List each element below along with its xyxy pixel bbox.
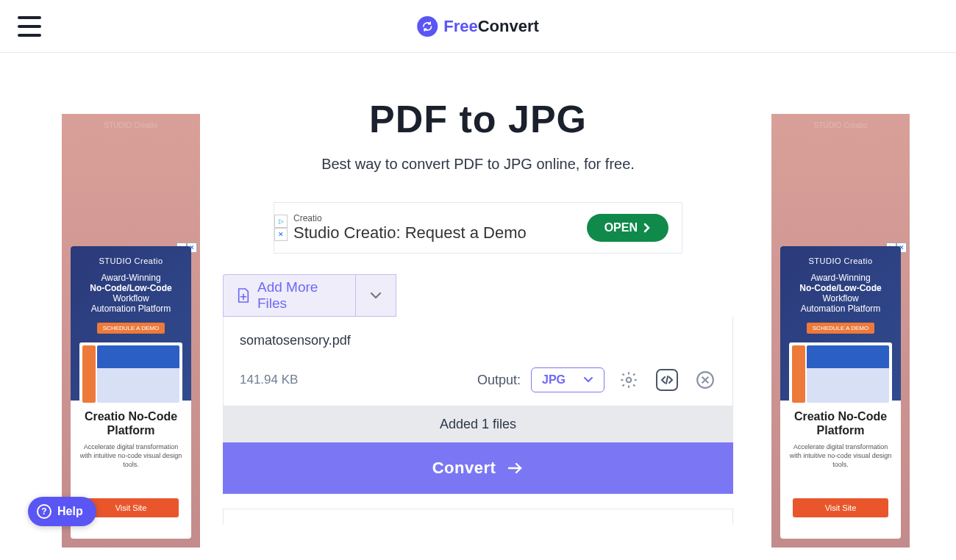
ad-brand: STUDIO Creatio [789,256,892,265]
header: FreeConvert [0,0,956,53]
ad-heading: Creatio No-Code Platform [78,409,184,437]
close-circle-icon [696,370,715,390]
output-format-select[interactable]: JPG [531,367,604,392]
logo-text: FreeConvert [443,17,539,36]
ad-visit-button[interactable]: Visit Site [793,498,888,517]
help-button[interactable]: ? Help [28,497,96,526]
ad-heading: Creatio No-Code Platform [788,409,893,437]
logo[interactable]: FreeConvert [417,16,539,37]
chevron-right-icon [643,223,651,233]
ad-brand: Creatio [293,213,587,223]
right-sidebar-ad[interactable]: STUDIO Creatio ▷✕ STUDIO Creatio Award-W… [771,114,910,548]
embed-code-button[interactable] [656,369,678,391]
add-files-dropdown-button[interactable] [355,274,396,317]
arrow-right-icon [507,462,524,475]
code-icon [660,375,674,385]
ad-paragraph: Accelerate digital transformation with i… [788,443,893,469]
logo-icon [417,16,438,37]
ad-open-button[interactable]: OPEN [587,214,668,242]
left-sidebar-ad[interactable]: STUDIO Creatio ▷✕ STUDIO Creatio Award-W… [62,114,200,548]
ad-marker-icon[interactable]: ▷✕ [274,215,288,241]
svg-point-0 [627,378,632,383]
file-plus-icon [237,287,250,304]
output-label: Output: [477,373,521,388]
chevron-down-icon [369,291,382,300]
page-title: PDF to JPG [369,97,587,141]
next-panel [223,509,733,525]
gear-icon [619,370,638,390]
add-more-files-button[interactable]: Add More Files [223,274,355,317]
remove-file-button[interactable] [694,369,716,391]
file-row: somatosensory.pdf 141.94 KB Output: JPG [223,317,733,406]
chevron-down-icon [583,376,593,384]
status-bar: Added 1 files [223,406,733,442]
page-subtitle: Best way to convert PDF to JPG online, f… [321,156,635,173]
settings-button[interactable] [618,369,640,391]
ad-title: Studio Creatio: Request a Demo [293,223,587,243]
file-name: somatosensory.pdf [240,333,716,348]
ad-brand: STUDIO Creatio [79,256,182,265]
ad-visit-button[interactable]: Visit Site [83,498,179,517]
top-banner-ad[interactable]: ▷✕ Creatio Studio Creatio: Request a Dem… [274,202,682,254]
file-size: 141.94 KB [240,373,477,387]
convert-button[interactable]: Convert [223,442,733,494]
help-icon: ? [37,504,51,519]
ad-paragraph: Accelerate digital transformation with i… [78,443,184,469]
converter-box: Add More Files somatosensory.pdf 141.94 … [223,274,733,525]
hamburger-menu-icon[interactable] [18,16,41,37]
